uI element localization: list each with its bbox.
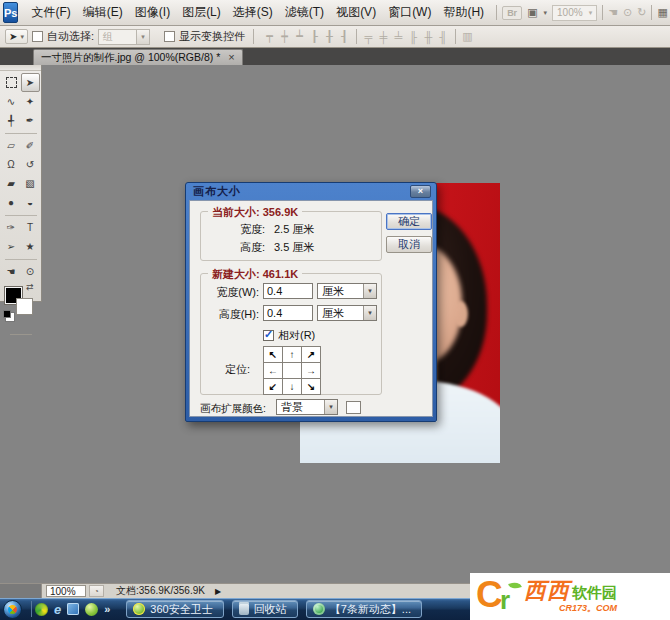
zoom-tool-icon[interactable]: ⊙: [623, 6, 632, 19]
quicklaunch-app-icon[interactable]: [67, 603, 79, 615]
taskbar-button-0[interactable]: 360安全卫士: [126, 600, 223, 618]
background-color-swatch[interactable]: [16, 298, 33, 315]
rotate-view-icon[interactable]: ↻: [637, 6, 646, 19]
healing-brush-tool[interactable]: ▱: [2, 136, 21, 155]
default-colors-icon[interactable]: [3, 310, 11, 318]
brush-tool[interactable]: ✐: [21, 136, 40, 155]
menu-item-6[interactable]: 视图(V): [330, 0, 382, 25]
zoom-level-dropdown[interactable]: 100%▾: [552, 5, 597, 21]
auto-select-checkbox[interactable]: [32, 31, 43, 42]
burn-tool[interactable]: ◒: [21, 193, 40, 212]
path-selection-tool[interactable]: ➢: [2, 237, 21, 256]
eyedropper-tool[interactable]: ✒: [21, 111, 40, 130]
anchor-arrow-8[interactable]: ↘: [301, 378, 321, 395]
anchor-arrow-3[interactable]: ←: [263, 362, 283, 379]
menu-item-4[interactable]: 选择(S): [227, 0, 279, 25]
start-button[interactable]: [3, 600, 22, 619]
quicklaunch-360orb-icon[interactable]: [85, 603, 98, 616]
align-horizontal-centers-icon[interactable]: ╂: [322, 30, 337, 43]
clone-stamp-tool[interactable]: Ω: [2, 155, 21, 174]
anchor-arrow-5[interactable]: →: [301, 362, 321, 379]
anchor-arrow-2[interactable]: ↗: [301, 346, 321, 363]
status-flyout-icon[interactable]: ▶: [215, 587, 221, 596]
type-tool[interactable]: T: [21, 218, 40, 237]
show-transform-checkbox[interactable]: [164, 31, 175, 42]
distribute-left-edges-icon[interactable]: ╟: [406, 31, 421, 43]
cancel-button[interactable]: 取消: [386, 236, 432, 253]
align-right-edges-icon[interactable]: ┨: [337, 30, 352, 43]
quicklaunch-360leaf-icon[interactable]: [35, 603, 48, 616]
dialog-close-button[interactable]: ×: [410, 185, 431, 198]
menu-item-5[interactable]: 滤镜(T): [279, 0, 330, 25]
brush-icon: ✐: [26, 140, 34, 151]
custom-shape-tool[interactable]: ★: [21, 237, 40, 256]
photoshop-logo: Ps: [3, 2, 18, 23]
rectangular-marquee-tool[interactable]: [2, 73, 21, 92]
hand-tool[interactable]: ☚: [2, 262, 21, 281]
taskbar-button-2[interactable]: 【7条新动态】...: [306, 600, 422, 618]
height-unit-dropdown[interactable]: 厘米: [317, 305, 377, 321]
menu-item-2[interactable]: 图像(I): [129, 0, 176, 25]
auto-align-layers-icon[interactable]: ▥: [460, 30, 475, 43]
blur-tool[interactable]: ●: [2, 193, 21, 212]
bridge-button[interactable]: Br: [502, 6, 522, 20]
anchor-arrow-1[interactable]: ↑: [282, 346, 302, 363]
anchor-arrow-6[interactable]: ↙: [263, 378, 283, 395]
menu-item-7[interactable]: 窗口(W): [382, 0, 437, 25]
anchor-center-cell[interactable]: [282, 362, 302, 379]
align-vertical-centers-icon[interactable]: ┿: [277, 30, 292, 43]
separator: [253, 29, 254, 44]
eraser-tool[interactable]: ▰: [2, 174, 21, 193]
dialog-body: 当前大小: 356.9K 宽度: 2.5 厘米 高度: 3.5 厘米 确定 取消…: [189, 200, 433, 417]
distribute-bottom-edges-icon[interactable]: ╧: [391, 31, 406, 43]
status-menu-icon[interactable]: ◔: [89, 585, 104, 597]
current-tool-badge[interactable]: ➤ ▾: [5, 29, 28, 44]
arrange-documents-icon[interactable]: ▦: [657, 6, 667, 19]
move-tool[interactable]: ➤: [21, 73, 40, 92]
lasso-tool[interactable]: ∿: [2, 92, 21, 111]
zoom-tool[interactable]: ⊙: [21, 262, 40, 281]
menu-item-1[interactable]: 编辑(E): [77, 0, 129, 25]
show-transform-label: 显示变换控件: [179, 29, 245, 44]
magic-wand-tool[interactable]: ✦: [21, 92, 40, 111]
dialog-title-bar[interactable]: 画布大小 ×: [189, 183, 433, 200]
watermark-site: CR173。COM: [559, 604, 617, 613]
align-bottom-edges-icon[interactable]: ┷: [292, 30, 307, 43]
pen-tool[interactable]: ✑: [2, 218, 21, 237]
new-height-input[interactable]: [263, 305, 313, 321]
crop-tool[interactable]: ╃: [2, 111, 21, 130]
gradient-tool[interactable]: ▧: [21, 174, 40, 193]
width-unit-dropdown[interactable]: 厘米: [317, 283, 377, 299]
tab-close-icon[interactable]: ×: [228, 52, 234, 63]
menu-item-0[interactable]: 文件(F): [25, 0, 76, 25]
auto-select-dropdown[interactable]: 组: [98, 29, 150, 45]
swap-colors-icon[interactable]: ⇄: [26, 282, 34, 292]
taskbar-button-1[interactable]: 回收站: [232, 600, 298, 618]
anchor-arrow-0[interactable]: ↖: [263, 346, 283, 363]
rectangular-marquee-icon: [6, 77, 17, 88]
distribute-top-edges-icon[interactable]: ╤: [361, 31, 376, 43]
align-top-edges-icon[interactable]: ┯: [262, 30, 277, 43]
canvas-extension-color-swatch[interactable]: [346, 401, 361, 414]
view-extras-icon[interactable]: ▣: [527, 6, 537, 19]
eyedropper-icon: ✒: [26, 115, 34, 126]
quicklaunch-ie-icon[interactable]: e: [54, 603, 61, 616]
new-width-input[interactable]: [263, 283, 313, 299]
canvas-extension-dropdown[interactable]: 背景: [276, 399, 338, 415]
distribute-horizontal-centers-icon[interactable]: ╫: [421, 31, 436, 43]
document-tab[interactable]: 一寸照片的制作.jpg @ 100%(RGB/8) * ×: [33, 49, 243, 65]
cr173-logo: C r: [476, 576, 522, 618]
status-zoom-field[interactable]: 100%: [46, 585, 86, 597]
chevron-down-icon: [363, 284, 376, 298]
hand-tool-icon[interactable]: ☚: [608, 6, 618, 19]
distribute-right-edges-icon[interactable]: ╢: [436, 31, 451, 43]
relative-checkbox[interactable]: [263, 330, 274, 341]
distribute-vertical-centers-icon[interactable]: ╪: [376, 31, 391, 43]
menu-item-3[interactable]: 图层(L): [176, 0, 227, 25]
anchor-arrow-7[interactable]: ↓: [282, 378, 302, 395]
ok-button[interactable]: 确定: [386, 213, 432, 230]
menu-item-8[interactable]: 帮助(H): [437, 0, 490, 25]
history-brush-tool[interactable]: ↺: [21, 155, 40, 174]
new-size-group: 新建大小: 461.1K 宽度(W): 厘米 高度(H): 厘米 相对(R) 定…: [200, 273, 382, 395]
align-left-edges-icon[interactable]: ┠: [307, 30, 322, 43]
